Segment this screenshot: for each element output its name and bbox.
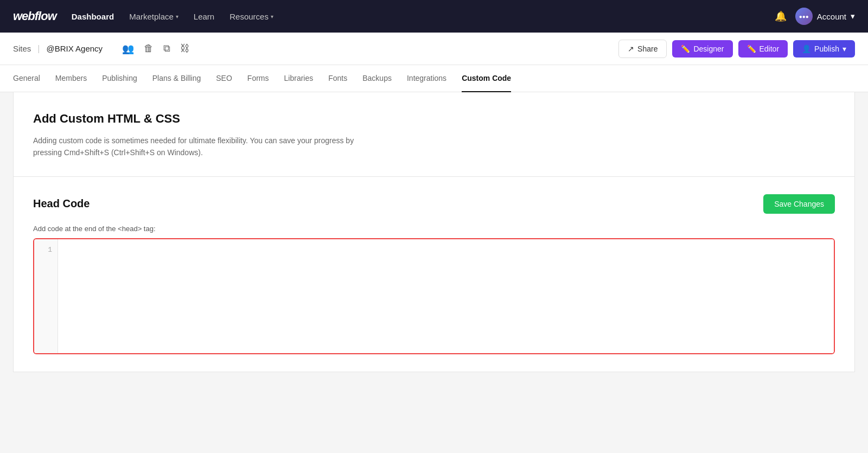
nav-resources-label: Resources [229,12,269,21]
nav-marketplace-label: Marketplace [129,12,174,21]
publish-label: Publish [814,44,839,53]
head-code-section: Head Code Save Changes Add code at the e… [13,177,855,372]
tab-fonts[interactable]: Fonts [328,65,347,92]
account-button[interactable]: ●●● Account ▾ [795,8,855,25]
page-description: Adding custom code is sometimes needed f… [33,135,359,159]
nav-dashboard[interactable]: Dashboard [72,12,114,21]
content-area: Add Custom HTML & CSS Adding custom code… [0,92,868,448]
share-label: Share [637,44,658,53]
tab-general[interactable]: General [13,65,40,92]
duplicate-icon[interactable]: ⧉ [163,43,170,54]
sub-nav-icons: 👥 🗑 ⧉ ⛓ [122,43,190,55]
tab-seo[interactable]: SEO [216,65,232,92]
tab-members[interactable]: Members [55,65,87,92]
tab-plans-billing[interactable]: Plans & Billing [152,65,201,92]
top-nav: webflow Dashboard Marketplace ▾ Learn Re… [0,0,868,33]
chevron-down-icon: ▾ [176,14,178,20]
publish-button[interactable]: 👤 Publish ▾ [793,40,855,58]
line-numbers: 1 [34,239,58,353]
collaborators-icon[interactable]: 👥 [122,43,134,55]
account-label: Account [817,12,846,21]
tab-custom-code[interactable]: Custom Code [462,65,511,92]
breadcrumb-divider: | [37,44,40,54]
tab-publishing[interactable]: Publishing [102,65,137,92]
top-nav-right: 🔔 ●●● Account ▾ [775,8,855,25]
publish-chevron-icon: ▾ [843,44,846,53]
logo[interactable]: webflow [13,9,56,23]
share-button[interactable]: ↗ Share [618,40,667,58]
external-link-icon[interactable]: ⛓ [180,43,190,54]
avatar-icon: ●●● [799,14,809,20]
save-changes-button[interactable]: Save Changes [763,194,835,214]
sites-link[interactable]: Sites [13,44,31,53]
info-card: Add Custom HTML & CSS Adding custom code… [13,92,855,177]
nav-resources[interactable]: Resources ▾ [229,12,273,21]
code-label: Add code at the end of the <head> tag: [33,225,835,233]
tab-forms[interactable]: Forms [247,65,269,92]
nav-learn[interactable]: Learn [194,12,214,21]
avatar: ●●● [795,8,813,25]
sub-nav-actions: ↗ Share ✏️ Designer ✏️ Editor 👤 Publish … [618,40,855,58]
head-code-header: Head Code Save Changes [33,194,835,214]
designer-button[interactable]: ✏️ Designer [672,40,732,58]
code-input[interactable] [58,239,834,353]
share-icon: ↗ [628,44,634,53]
sub-nav: Sites | @BRIX Agency 👥 🗑 ⧉ ⛓ ↗ Share ✏️ … [0,33,868,65]
code-editor[interactable]: 1 [33,238,835,354]
publish-icon: 👤 [802,44,811,53]
trash-icon[interactable]: 🗑 [144,43,154,54]
page-title: Add Custom HTML & CSS [33,112,835,126]
site-name: @BRIX Agency [47,44,103,53]
top-nav-left: webflow Dashboard Marketplace ▾ Learn Re… [13,9,273,23]
line-number-1: 1 [40,246,52,254]
editor-pencil-icon: ✏️ [747,44,756,53]
nav-marketplace[interactable]: Marketplace ▾ [129,12,178,21]
editor-button[interactable]: ✏️ Editor [738,40,788,58]
chevron-resources-icon: ▾ [271,14,273,20]
tab-libraries[interactable]: Libraries [284,65,314,92]
designer-pencil-icon: ✏️ [681,44,690,53]
tabs-bar: General Members Publishing Plans & Billi… [0,65,868,92]
tab-backups[interactable]: Backups [362,65,392,92]
editor-label: Editor [760,44,780,53]
designer-label: Designer [693,44,724,53]
head-code-title: Head Code [33,197,90,210]
sub-nav-left: Sites | @BRIX Agency 👥 🗑 ⧉ ⛓ [13,43,190,55]
account-chevron-icon: ▾ [851,11,855,21]
notification-bell-icon[interactable]: 🔔 [775,10,787,22]
tab-integrations[interactable]: Integrations [407,65,446,92]
